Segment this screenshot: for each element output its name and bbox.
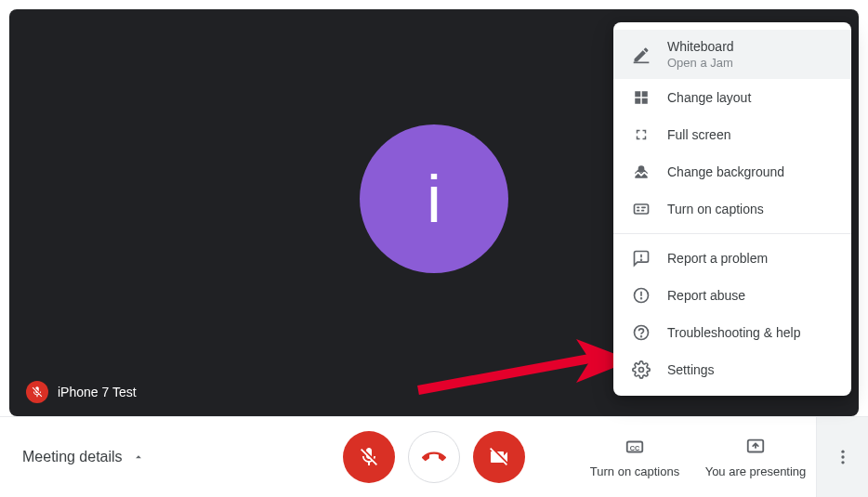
svg-rect-2 [642,91,648,97]
svg-point-21 [841,451,844,453]
svg-rect-6 [635,204,649,214]
menu-item-label: Troubleshooting & help [667,325,800,340]
center-controls [343,431,525,483]
chevron-up-icon [132,451,145,464]
svg-point-14 [639,368,644,373]
svg-point-13 [641,336,642,337]
menu-settings[interactable]: Settings [613,351,851,388]
meeting-details-button[interactable]: Meeting details [0,449,260,465]
menu-troubleshooting[interactable]: Troubleshooting & help [613,314,851,351]
camera-off-icon [488,446,510,468]
participant-name: iPhone 7 Test [58,385,137,399]
leave-call-button[interactable] [408,431,460,483]
svg-point-23 [841,461,844,464]
mic-off-icon [358,446,380,468]
menu-report-abuse[interactable]: Report abuse [613,277,851,314]
hangup-icon [422,445,446,469]
menu-item-label: Whiteboard [667,39,734,54]
menu-report-problem[interactable]: Report a problem [613,240,851,277]
menu-change-layout[interactable]: Change layout [613,79,851,116]
menu-item-label: Change background [667,164,784,179]
mic-toggle-button[interactable] [343,431,395,483]
pencil-icon [632,46,651,64]
menu-item-label: Report abuse [667,288,745,303]
svg-point-11 [641,298,642,299]
svg-point-22 [841,455,844,458]
svg-rect-1 [635,91,640,97]
captions-button[interactable]: CC Turn on captions [574,417,695,497]
captions-icon: CC [625,437,645,457]
more-options-menu: Whiteboard Open a Jam Change layout Full… [613,22,851,396]
fullscreen-icon [632,125,651,144]
help-icon [632,323,651,342]
menu-item-label: Report a problem [667,251,768,266]
camera-toggle-button[interactable] [473,431,525,483]
report-abuse-icon [632,286,651,305]
menu-divider [613,233,851,234]
menu-item-label: Settings [667,362,715,377]
menu-whiteboard[interactable]: Whiteboard Open a Jam [613,30,851,79]
captions-icon [632,200,651,218]
feedback-icon [632,249,651,268]
present-icon [745,437,766,457]
participant-label: iPhone 7 Test [26,381,137,403]
background-icon [632,163,651,181]
menu-item-label: Turn on captions [667,202,764,216]
layout-icon [632,88,651,107]
gear-icon [632,360,651,379]
meeting-details-label: Meeting details [22,449,123,465]
right-controls: CC Turn on captions You are presenting [574,417,868,497]
captions-label: Turn on captions [590,464,679,478]
menu-item-label: Change layout [667,90,751,105]
svg-rect-4 [642,98,648,104]
mic-off-icon [31,386,44,399]
muted-badge [26,381,48,403]
present-label: You are presenting [705,464,807,478]
menu-item-label: Full screen [667,127,730,142]
menu-item-subtitle: Open a Jam [667,56,734,70]
present-button[interactable]: You are presenting [695,417,816,497]
more-options-button[interactable] [816,417,868,497]
menu-change-background[interactable]: Change background [613,153,851,190]
svg-rect-3 [635,98,640,104]
svg-text:CC: CC [630,443,640,451]
avatar: i [360,124,508,273]
bottom-bar: Meeting details CC Turn on captions You … [0,416,868,497]
menu-full-screen[interactable]: Full screen [613,116,851,153]
avatar-letter: i [427,161,441,237]
svg-point-8 [641,259,642,260]
more-vert-icon [834,448,852,466]
menu-turn-on-captions[interactable]: Turn on captions [613,190,851,228]
